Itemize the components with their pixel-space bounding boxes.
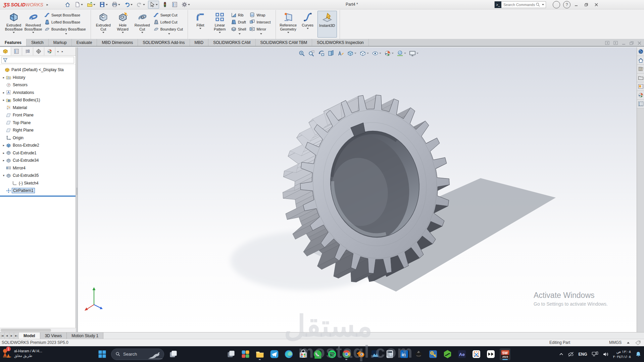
revolved-boss-base-button[interactable]: RevolvedBoss/Base (23, 11, 43, 33)
search-dropdown-icon[interactable] (542, 4, 544, 5)
tree-item-mirror4[interactable]: Mirror4 (0, 164, 76, 172)
tab-solidworks-cam-tbm[interactable]: SOLIDWORKS CAM TBM (256, 39, 312, 46)
tree-item-cut-extrude35[interactable]: ▾Cut-Extrude35 (0, 172, 76, 179)
curves-button[interactable]: Curves (298, 11, 317, 29)
custom-properties-icon[interactable] (637, 100, 644, 108)
minimize-button[interactable] (572, 1, 581, 8)
tree-item-origin[interactable]: Origin (0, 134, 76, 142)
file-explorer-pane-icon[interactable] (637, 73, 644, 82)
lofted-boss-base-button[interactable]: Lofted Boss/Base (44, 18, 88, 25)
featuremanager-tab[interactable] (0, 47, 11, 55)
blender-taskbar-icon[interactable] (355, 348, 366, 360)
select-cursor-icon[interactable] (148, 1, 159, 9)
home-icon[interactable] (64, 1, 71, 9)
boundary-boss-base-button[interactable]: Boundary Boss/Base (44, 25, 88, 33)
configurationmanager-tab[interactable] (22, 47, 33, 55)
network-icon[interactable] (592, 351, 598, 357)
search-commands-box[interactable]: >_ Search Commands (494, 1, 546, 8)
file-properties-icon[interactable] (171, 1, 179, 9)
tree-item-sensors[interactable]: Sensors (0, 81, 76, 89)
mirror-button[interactable]: Mirror (249, 25, 273, 33)
panel-horizontal-scrollbar[interactable] (0, 328, 76, 332)
edit-appearance-icon[interactable] (384, 49, 394, 57)
tab-evaluate[interactable]: Evaluate (72, 39, 97, 46)
notification-bell-icon[interactable] (635, 351, 641, 357)
reference-geometry-button[interactable]: ReferenceGeometry (279, 11, 298, 33)
edge-taskbar-icon[interactable] (283, 348, 294, 360)
pane-previous-icon[interactable] (605, 41, 609, 45)
ansys-taskbar-icon[interactable] (442, 348, 453, 360)
expand-icon[interactable]: ▾ (1, 174, 6, 177)
open-document-icon[interactable] (86, 1, 96, 9)
tree-item-annotations[interactable]: ▸Annotations (0, 89, 76, 97)
tab-mbd-dimensions[interactable]: MBD Dimensions (97, 39, 138, 46)
tree-item-history[interactable]: ▸History (0, 74, 76, 82)
telegram-taskbar-icon[interactable] (269, 348, 280, 360)
snipping-tool-taskbar-icon[interactable] (471, 348, 482, 360)
hide-show-items-icon[interactable] (371, 49, 382, 57)
status-units[interactable]: MMGS (609, 340, 622, 345)
tree-item-cirpattern1[interactable]: CirPattern1 (0, 187, 76, 195)
linear-pattern-button[interactable]: LinearPattern (210, 11, 230, 33)
file-explorer-taskbar-icon[interactable] (254, 348, 265, 360)
solidworks-resources-icon[interactable] (637, 47, 644, 56)
swept-boss-base-button[interactable]: Swept Boss/Base (44, 11, 88, 18)
doc-tab-motion-study-1[interactable]: Motion Study 1 (67, 332, 103, 339)
options-gear-icon[interactable] (181, 1, 191, 9)
widgets-taskbar-icon[interactable] (240, 348, 251, 360)
boundary-cut-button[interactable]: Boundary Cut (153, 25, 185, 33)
expand-icon[interactable]: ▸ (1, 76, 6, 79)
first-tab-icon[interactable]: |◀ (0, 332, 5, 339)
hole-wizard-button[interactable]: HoleWizard (113, 11, 133, 33)
prev-tab-icon[interactable]: ◀ (5, 332, 9, 339)
microsoft-store-taskbar-icon[interactable] (298, 348, 308, 360)
whatsapp-taskbar-icon[interactable] (312, 348, 323, 360)
chrome-taskbar-icon[interactable] (341, 348, 352, 360)
taskbar-search-pill[interactable]: Search (111, 349, 164, 360)
draft-button[interactable]: Draft (231, 18, 248, 25)
tray-chevron-icon[interactable] (559, 353, 563, 356)
swept-cut-button[interactable]: Swept Cut (153, 11, 185, 18)
previous-view-icon[interactable] (317, 49, 325, 57)
tab-solidworks-add-ins[interactable]: SOLIDWORKS Add-Ins (138, 39, 190, 46)
expand-icon[interactable]: ▸ (1, 151, 6, 155)
rib-button[interactable]: Rib (231, 11, 248, 18)
shell-button[interactable]: Shell (231, 25, 248, 33)
rollback-bar[interactable] (0, 196, 76, 197)
tree-item-boss-extrude2[interactable]: ▸Boss-Extrude2 (0, 142, 76, 149)
dimxpertmanager-tab[interactable] (33, 47, 44, 55)
home-pane-icon[interactable] (637, 56, 644, 65)
after-effects-taskbar-icon[interactable]: Ae (456, 348, 467, 360)
last-tab-icon[interactable]: ▶| (14, 332, 19, 339)
fillet-button[interactable]: Fillet (191, 11, 210, 29)
menu-expand-icon[interactable]: ▸ (47, 3, 48, 6)
tree-item--sketch4[interactable]: (-) Sketch4 (0, 179, 76, 187)
pane-next-icon[interactable] (613, 41, 618, 45)
tree-item-cut-extrude34[interactable]: ▸Cut-Extrude34 (0, 157, 76, 164)
wrap-button[interactable]: Wrap (249, 11, 273, 18)
splitter-handle[interactable] (76, 188, 78, 195)
stack-dropdown-icon[interactable] (168, 33, 170, 35)
task-view-taskbar-icon[interactable] (168, 348, 179, 360)
onedrive-paused-icon[interactable] (568, 352, 574, 357)
photos-taskbar-icon[interactable] (370, 348, 381, 360)
lofted-cut-button[interactable]: Lofted Cut (153, 18, 185, 25)
apply-scene-icon[interactable] (396, 49, 407, 57)
save-icon[interactable] (98, 1, 109, 9)
calculator-taskbar-icon[interactable] (384, 348, 395, 360)
graphics-area[interactable]: Activate Windows Go to Settings to activ… (78, 47, 637, 332)
help-icon[interactable]: ? (563, 1, 571, 8)
design-library-icon[interactable] (637, 65, 644, 73)
clock-date[interactable]: ١٢:٠٨ ص ٢٠٢٤/١١/٠٨ (613, 349, 631, 359)
search-icon[interactable] (536, 2, 540, 7)
tree-item-material-not-specified-[interactable]: Material (0, 104, 76, 112)
view-orientation-icon[interactable] (346, 49, 357, 57)
extruded-boss-base-button[interactable]: ExtrudedBoss/Base (4, 11, 23, 33)
tree-item-front-plane[interactable]: Front Plane (0, 111, 76, 119)
intersect-button[interactable]: Intersect (249, 18, 273, 25)
tree-item-top-plane[interactable]: Top Plane (0, 119, 76, 127)
start-taskbar-icon[interactable] (97, 348, 107, 360)
instant3d-button[interactable]: Instant3D (317, 11, 337, 38)
doc-close-icon[interactable] (638, 41, 641, 45)
keyshot-taskbar-icon[interactable] (428, 348, 438, 360)
